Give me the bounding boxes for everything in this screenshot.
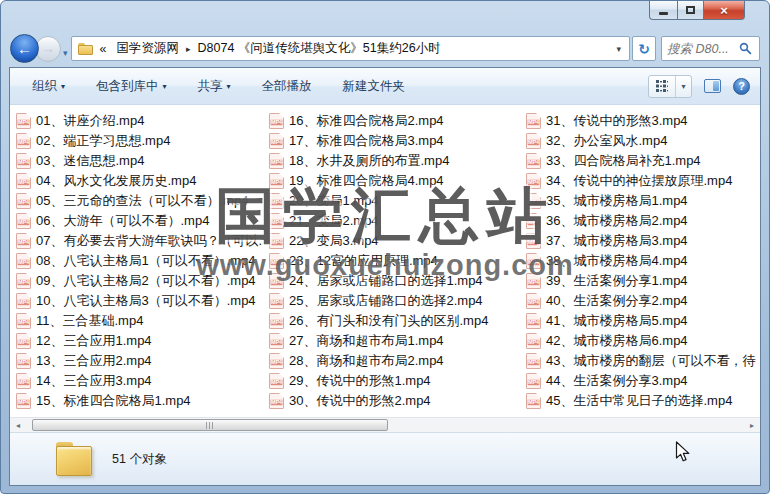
file-name: 02、端正学习思想.mp4 <box>36 132 170 150</box>
file-item[interactable]: MP442、城市楼房格局6.mp4 <box>520 331 760 351</box>
file-item[interactable]: MP405、三元命的查法（可以不看）.mp4 <box>10 191 263 211</box>
file-name: 28、商场和超市布局2.mp4 <box>289 352 444 370</box>
maximize-button[interactable] <box>677 1 704 20</box>
file-name: 06、大游年（可以不看）.mp4 <box>36 212 209 230</box>
file-item[interactable]: MP409、八宅认主格局2（可以不看）.mp4 <box>10 271 263 291</box>
file-item[interactable]: MP441、城市楼房格局5.mp4 <box>520 311 760 331</box>
file-item[interactable]: MP423、12宫的应用原理.mp4 <box>263 251 520 271</box>
file-item[interactable]: MP421、变局2.mp4 <box>263 211 520 231</box>
file-item[interactable]: MP401、讲座介绍.mp4 <box>10 111 263 131</box>
address-dropdown-icon[interactable]: ▾ <box>612 44 625 54</box>
file-item[interactable]: MP418、水井及厕所的布置.mp4 <box>263 151 520 171</box>
toolbar-organize[interactable]: 组织 ▾ <box>32 78 65 95</box>
file-item[interactable]: MP428、商场和超市布局2.mp4 <box>263 351 520 371</box>
file-item[interactable]: MP435、城市楼房格局1.mp4 <box>520 191 760 211</box>
file-item[interactable]: MP417、标准四合院格局3.mp4 <box>263 131 520 151</box>
file-name: 29、传说中的形煞1.mp4 <box>289 372 431 390</box>
scroll-left-button[interactable]: ◂ <box>10 418 26 432</box>
file-item[interactable]: MP422、变局3.mp4 <box>263 231 520 251</box>
file-item[interactable]: MP440、生活案例分享2.mp4 <box>520 291 760 311</box>
breadcrumb-overflow[interactable]: « <box>95 42 112 56</box>
search-box[interactable] <box>661 36 760 61</box>
file-item[interactable]: MP419、标准四合院格局4.mp4 <box>263 171 520 191</box>
file-item[interactable]: MP415、标准四合院格局1.mp4 <box>10 391 263 411</box>
file-item[interactable]: MP434、传说中的神位摆放原理.mp4 <box>520 171 760 191</box>
mp4-file-icon: MP4 <box>526 313 541 329</box>
file-item[interactable]: MP408、八宅认主格局1（可以不看）.mp4 <box>10 251 263 271</box>
toolbar-include-in-library[interactable]: 包含到库中 ▾ <box>96 78 167 95</box>
file-item[interactable]: MP414、三合应用3.mp4 <box>10 371 263 391</box>
toolbar-share-label: 共享 <box>198 78 223 95</box>
mp4-file-icon: MP4 <box>269 173 284 189</box>
close-button[interactable]: × <box>704 1 745 20</box>
file-name: 16、标准四合院格局2.mp4 <box>289 112 444 130</box>
preview-pane-button[interactable] <box>704 79 721 93</box>
mp4-file-icon: MP4 <box>526 233 541 249</box>
file-item[interactable]: MP413、三合应用2.mp4 <box>10 351 263 371</box>
file-item[interactable]: MP443、城市楼房的翻层（可以不看，待 <box>520 351 760 371</box>
change-view-button[interactable] <box>649 76 675 97</box>
file-name: 19、标准四合院格局4.mp4 <box>289 172 444 190</box>
scrollbar-grip-icon <box>206 422 214 429</box>
file-item[interactable]: MP425、居家或店铺路口的选择2.mp4 <box>263 291 520 311</box>
status-bar: 51 个对象 <box>10 432 760 485</box>
file-name: 05、三元命的查法（可以不看）.mp4 <box>36 192 248 210</box>
file-item[interactable]: MP436、城市楼房格局2.mp4 <box>520 211 760 231</box>
toolbar-play-all[interactable]: 全部播放 <box>262 78 312 95</box>
back-button[interactable]: ← <box>10 34 39 63</box>
file-item[interactable]: MP404、风水文化发展历史.mp4 <box>10 171 263 191</box>
breadcrumb-current[interactable]: D8074 《问道传统堪舆文化》51集约26小时 <box>193 40 446 57</box>
file-name: 09、八宅认主格局2（可以不看）.mp4 <box>36 272 256 290</box>
mp4-file-icon: MP4 <box>16 113 31 129</box>
file-item[interactable]: MP429、传说中的形煞1.mp4 <box>263 371 520 391</box>
scrollbar-track[interactable] <box>26 418 744 432</box>
file-item[interactable]: MP439、生活案例分享1.mp4 <box>520 271 760 291</box>
file-name: 45、生活中常见日子的选择.mp4 <box>546 392 732 410</box>
mp4-file-icon: MP4 <box>16 293 31 309</box>
file-item[interactable]: MP416、标准四合院格局2.mp4 <box>263 111 520 131</box>
views-dropdown-button[interactable]: ▾ <box>675 76 691 97</box>
breadcrumb-root[interactable]: 国学资源网 <box>111 40 184 57</box>
file-item[interactable]: MP437、城市楼房格局3.mp4 <box>520 231 760 251</box>
toolbar-share[interactable]: 共享 ▾ <box>198 78 231 95</box>
refresh-button[interactable]: ↻ <box>632 36 656 61</box>
mp4-file-icon: MP4 <box>16 213 31 229</box>
file-item[interactable]: MP438、城市楼房格局4.mp4 <box>520 251 760 271</box>
scrollbar-thumb[interactable] <box>32 419 388 431</box>
file-name: 34、传说中的神位摆放原理.mp4 <box>546 172 732 190</box>
file-item[interactable]: MP403、迷信思想.mp4 <box>10 151 263 171</box>
file-item[interactable]: MP444、生活案例分享3.mp4 <box>520 371 760 391</box>
file-item[interactable]: MP412、三合应用1.mp4 <box>10 331 263 351</box>
file-item[interactable]: MP424、居家或店铺路口的选择1.mp4 <box>263 271 520 291</box>
toolbar-new-folder[interactable]: 新建文件夹 <box>343 78 406 95</box>
file-item[interactable]: MP433、四合院格局补充1.mp4 <box>520 151 760 171</box>
close-icon: × <box>720 3 728 18</box>
file-item[interactable]: MP410、八宅认主格局3（可以不看）.mp4 <box>10 291 263 311</box>
file-name: 10、八宅认主格局3（可以不看）.mp4 <box>36 292 256 310</box>
file-name: 01、讲座介绍.mp4 <box>36 112 144 130</box>
file-item[interactable]: MP406、大游年（可以不看）.mp4 <box>10 211 263 231</box>
file-item[interactable]: MP407、有必要去背大游年歌诀吗？（可以... <box>10 231 263 251</box>
file-item[interactable]: MP431、传说中的形煞3.mp4 <box>520 111 760 131</box>
file-item[interactable]: MP426、有门头和没有门头的区别.mp4 <box>263 311 520 331</box>
file-item[interactable]: MP445、生活中常见日子的选择.mp4 <box>520 391 760 411</box>
history-dropdown[interactable]: ▾ <box>63 48 68 58</box>
file-name: 32、办公室风水.mp4 <box>546 132 667 150</box>
mp4-file-icon: MP4 <box>16 333 31 349</box>
help-button[interactable]: ? <box>733 78 750 95</box>
file-item[interactable]: MP420、变局1.mp4 <box>263 191 520 211</box>
file-item[interactable]: MP430、传说中的形煞2.mp4 <box>263 391 520 411</box>
file-item[interactable]: MP402、端正学习思想.mp4 <box>10 131 263 151</box>
minimize-button[interactable] <box>649 1 677 20</box>
file-item[interactable]: MP427、商场和超市布局1.mp4 <box>263 331 520 351</box>
back-arrow-icon: ← <box>17 40 32 57</box>
mp4-file-icon: MP4 <box>269 213 284 229</box>
search-input[interactable] <box>667 42 739 56</box>
mp4-file-icon: MP4 <box>269 353 284 369</box>
scroll-right-button[interactable]: ▸ <box>744 418 760 432</box>
file-item[interactable]: MP432、办公室风水.mp4 <box>520 131 760 151</box>
mp4-file-icon: MP4 <box>16 313 31 329</box>
address-bar[interactable]: « 国学资源网 ▸ D8074 《问道传统堪舆文化》51集约26小时 ▾ <box>71 36 630 61</box>
mp4-file-icon: MP4 <box>269 333 284 349</box>
file-item[interactable]: MP411、三合基础.mp4 <box>10 311 263 331</box>
